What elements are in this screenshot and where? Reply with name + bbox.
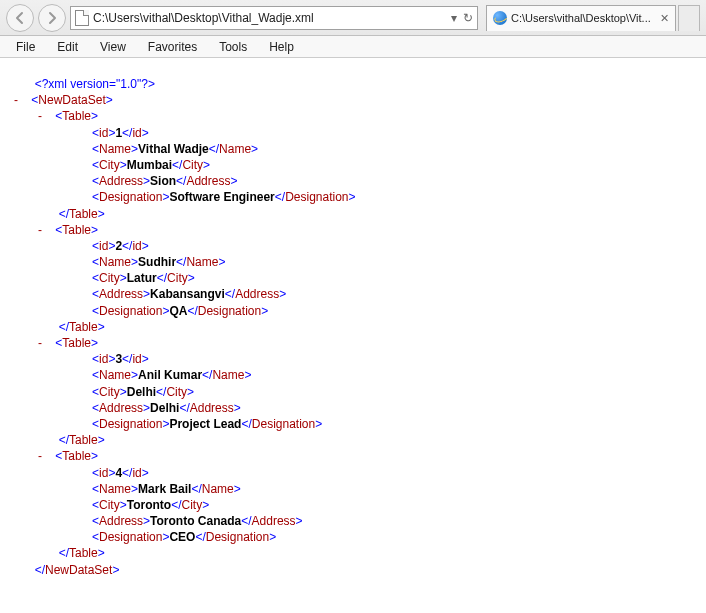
xml-field-designation: <Designation>CEO</Designation>: [10, 529, 696, 545]
xml-field-name: <Name>Mark Bail</Name>: [10, 481, 696, 497]
menu-favorites[interactable]: Favorites: [138, 38, 207, 56]
menu-edit[interactable]: Edit: [47, 38, 88, 56]
browser-tab[interactable]: C:\Users\vithal\Desktop\Vit... ✕: [486, 5, 676, 31]
xml-field-city: <City>Mumbai</City>: [10, 157, 696, 173]
collapse-toggle[interactable]: -: [38, 108, 52, 124]
xml-field-city: <City>Latur</City>: [10, 270, 696, 286]
xml-table-open: - <Table>: [10, 448, 696, 464]
xml-declaration: <?xml version="1.0"?>: [10, 76, 696, 92]
xml-content-area: <?xml version="1.0"?>- <NewDataSet>- <Ta…: [0, 58, 706, 613]
back-button[interactable]: [6, 4, 34, 32]
menu-bar: File Edit View Favorites Tools Help: [0, 36, 706, 58]
collapse-toggle[interactable]: -: [38, 335, 52, 351]
menu-tools[interactable]: Tools: [209, 38, 257, 56]
refresh-icon[interactable]: ↻: [463, 11, 473, 25]
xml-field-id: <id>2</id>: [10, 238, 696, 254]
arrow-left-icon: [13, 11, 27, 25]
collapse-toggle[interactable]: -: [38, 222, 52, 238]
xml-table-close: </Table>: [10, 319, 696, 335]
xml-table-open: - <Table>: [10, 108, 696, 124]
xml-field-address: <Address>Sion</Address>: [10, 173, 696, 189]
xml-root-close: </NewDataSet>: [10, 562, 696, 578]
xml-field-address: <Address>Delhi</Address>: [10, 400, 696, 416]
xml-table-open: - <Table>: [10, 222, 696, 238]
address-dropdown-icon[interactable]: ▾: [451, 11, 457, 25]
page-file-icon: [75, 10, 89, 26]
title-bar: C:\Users\vithal\Desktop\Vithal_Wadje.xml…: [0, 0, 706, 36]
collapse-toggle[interactable]: -: [14, 92, 28, 108]
xml-field-name: <Name>Sudhir</Name>: [10, 254, 696, 270]
xml-table-close: </Table>: [10, 545, 696, 561]
xml-field-id: <id>4</id>: [10, 465, 696, 481]
address-bar[interactable]: C:\Users\vithal\Desktop\Vithal_Wadje.xml…: [70, 6, 478, 30]
menu-file[interactable]: File: [6, 38, 45, 56]
xml-field-name: <Name>Vithal Wadje</Name>: [10, 141, 696, 157]
xml-table-close: </Table>: [10, 432, 696, 448]
menu-view[interactable]: View: [90, 38, 136, 56]
arrow-right-icon: [45, 11, 59, 25]
xml-field-designation: <Designation>QA</Designation>: [10, 303, 696, 319]
xml-field-id: <id>3</id>: [10, 351, 696, 367]
new-tab-button[interactable]: [678, 5, 700, 31]
xml-field-id: <id>1</id>: [10, 125, 696, 141]
xml-field-designation: <Designation>Software Engineer</Designat…: [10, 189, 696, 205]
address-tools: ▾ ↻: [451, 11, 473, 25]
xml-field-city: <City>Delhi</City>: [10, 384, 696, 400]
xml-field-designation: <Designation>Project Lead</Designation>: [10, 416, 696, 432]
ie-icon: [493, 11, 507, 25]
xml-root-open: - <NewDataSet>: [10, 92, 696, 108]
xml-table-open: - <Table>: [10, 335, 696, 351]
menu-help[interactable]: Help: [259, 38, 304, 56]
close-tab-icon[interactable]: ✕: [660, 12, 669, 25]
tab-area: C:\Users\vithal\Desktop\Vit... ✕: [486, 5, 700, 31]
tab-title: C:\Users\vithal\Desktop\Vit...: [511, 12, 656, 24]
xml-field-city: <City>Toronto</City>: [10, 497, 696, 513]
xml-table-close: </Table>: [10, 206, 696, 222]
address-url-text: C:\Users\vithal\Desktop\Vithal_Wadje.xml: [93, 11, 447, 25]
xml-field-name: <Name>Anil Kumar</Name>: [10, 367, 696, 383]
collapse-toggle[interactable]: -: [38, 448, 52, 464]
xml-field-address: <Address>Toronto Canada</Address>: [10, 513, 696, 529]
xml-field-address: <Address>Kabansangvi</Address>: [10, 286, 696, 302]
forward-button[interactable]: [38, 4, 66, 32]
